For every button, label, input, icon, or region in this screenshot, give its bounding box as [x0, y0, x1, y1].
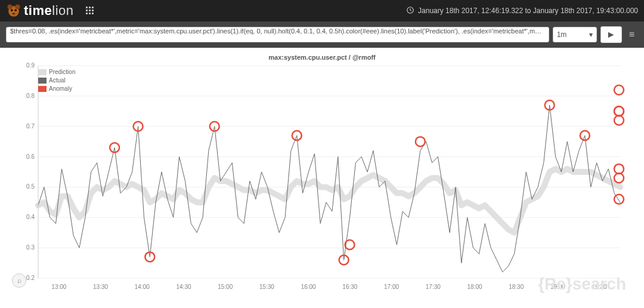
svg-text:17:30: 17:30	[426, 284, 441, 290]
svg-point-59	[614, 173, 624, 183]
clock-icon	[406, 6, 414, 16]
svg-point-3	[11, 10, 13, 11]
svg-rect-11	[92, 10, 94, 11]
lion-icon	[6, 3, 21, 19]
svg-text:0.4: 0.4	[26, 214, 35, 220]
svg-rect-7	[89, 7, 91, 8]
svg-text:0.2: 0.2	[26, 275, 35, 281]
svg-point-56	[614, 164, 624, 174]
expression-input[interactable]: $thres=0.08, .es(index='metricbeat*',met…	[6, 27, 549, 42]
svg-rect-8	[92, 7, 94, 8]
svg-text:13:30: 13:30	[93, 284, 108, 290]
app-header: timelion January 18th 2017, 12:46:19.322…	[0, 0, 644, 21]
time-range-text: January 18th 2017, 12:46:19.322 to Janua…	[418, 7, 638, 15]
svg-point-61	[614, 106, 624, 116]
watermark-text: {Re}search	[538, 275, 626, 294]
chevron-down-icon: ▾	[589, 30, 593, 39]
svg-point-1	[7, 4, 12, 9]
svg-text:16:00: 16:00	[301, 284, 316, 290]
svg-point-4	[15, 10, 17, 11]
svg-text:18:30: 18:30	[509, 284, 524, 290]
swatch-anomaly	[38, 86, 47, 92]
svg-text:0.6: 0.6	[26, 153, 35, 160]
svg-rect-14	[92, 13, 94, 14]
legend-item-prediction[interactable]: Prediction	[38, 68, 75, 76]
run-button[interactable]: ►	[600, 26, 622, 43]
svg-point-57	[614, 116, 624, 125]
svg-text:14:00: 14:00	[135, 284, 150, 290]
svg-text:14:30: 14:30	[176, 284, 191, 290]
chart-legend: Prediction Actual Anomaly	[38, 68, 75, 93]
svg-point-52	[345, 240, 355, 250]
zoom-reset-button[interactable]: ⌕	[12, 273, 26, 288]
svg-point-2	[15, 4, 20, 9]
swatch-actual	[38, 78, 47, 84]
app-logo: timelion	[6, 3, 74, 19]
panel-menu-button[interactable]: ≡	[626, 29, 638, 40]
svg-rect-10	[89, 10, 91, 11]
svg-point-60	[614, 85, 624, 95]
svg-text:15:30: 15:30	[259, 284, 274, 290]
svg-text:0.3: 0.3	[26, 244, 35, 251]
magnifier-icon: ⌕	[17, 276, 21, 285]
chart-title: max:system.cpu.user.pct / @rmoff	[18, 54, 626, 61]
timeseries-chart[interactable]: 0.20.30.40.50.60.70.80.913:0013:3014:001…	[18, 62, 626, 295]
svg-text:13:00: 13:00	[51, 284, 66, 290]
dashboard-grid-icon[interactable]	[86, 7, 94, 15]
svg-rect-9	[86, 10, 88, 11]
interval-value: 1m	[557, 30, 567, 39]
menu-icon: ≡	[629, 29, 634, 39]
svg-point-5	[13, 13, 16, 14]
svg-rect-12	[86, 13, 88, 14]
legend-item-actual[interactable]: Actual	[38, 76, 75, 85]
query-bar: $thres=0.08, .es(index='metricbeat*',met…	[0, 21, 644, 48]
svg-rect-13	[89, 13, 91, 14]
svg-rect-6	[86, 7, 88, 8]
swatch-prediction	[38, 69, 47, 75]
svg-text:0.9: 0.9	[26, 62, 35, 69]
svg-text:0.7: 0.7	[26, 123, 35, 130]
svg-point-62	[614, 195, 624, 204]
time-range-picker[interactable]: January 18th 2017, 12:46:19.322 to Janua…	[406, 6, 638, 16]
svg-text:15:00: 15:00	[218, 284, 233, 290]
svg-text:16:30: 16:30	[342, 284, 357, 290]
app-name: timelion	[24, 3, 74, 19]
svg-text:18:00: 18:00	[467, 284, 482, 290]
interval-select[interactable]: 1m ▾	[553, 27, 597, 42]
svg-point-53	[416, 137, 425, 146]
svg-text:17:00: 17:00	[384, 284, 399, 290]
chart-panel: max:system.cpu.user.pct / @rmoff Predict…	[0, 48, 644, 297]
svg-text:0.5: 0.5	[26, 183, 35, 190]
play-icon: ►	[606, 29, 616, 40]
legend-item-anomaly[interactable]: Anomaly	[38, 85, 75, 93]
svg-text:0.8: 0.8	[26, 93, 35, 99]
